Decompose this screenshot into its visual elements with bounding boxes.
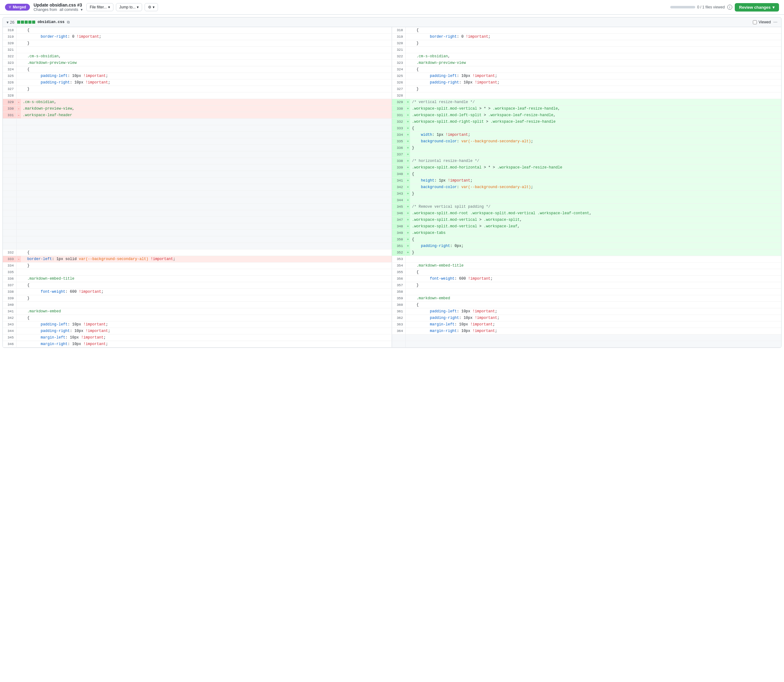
left-indicator <box>16 158 21 164</box>
left-cell <box>3 223 392 229</box>
left-content <box>21 204 392 210</box>
collapse-button[interactable]: ▾ 26 <box>6 20 14 25</box>
viewed-checkbox[interactable]: Viewed <box>753 20 771 24</box>
right-line-num: 364 <box>392 328 406 334</box>
right-line-num: 357 <box>392 282 406 288</box>
right-content: { <box>410 125 781 131</box>
right-cell: 331 + .workspace-split.mod-left-split > … <box>392 112 781 118</box>
settings-button[interactable]: ⚙ ▾ <box>145 3 158 11</box>
right-cell: 339 + .workspace-split.mod-horizontal > … <box>392 164 781 170</box>
right-cell: 323 .markdown-preview-view <box>392 60 781 66</box>
file-filter-button[interactable]: File filter... ▾ <box>86 3 113 11</box>
left-content: padding-left: 10px !important; <box>21 321 392 328</box>
left-cell <box>3 243 392 249</box>
table-row: 346 margin-right: 10px !important; <box>3 341 781 347</box>
merged-badge: ⑂ Merged <box>5 4 30 11</box>
right-indicator: + <box>406 138 410 145</box>
left-content <box>21 164 392 170</box>
left-content <box>21 197 392 203</box>
right-line-num: 360 <box>392 302 406 308</box>
left-line-num: 344 <box>3 328 16 334</box>
right-line-num: 341 <box>392 177 406 184</box>
left-line-num: 343 <box>3 321 16 328</box>
all-commits-link[interactable]: all commits <box>59 8 78 12</box>
right-content: font-weight: 600 !important; <box>410 276 781 282</box>
right-indicator: + <box>406 210 410 217</box>
table-row: 332 + .workspace-split.mod-right-split >… <box>3 119 781 125</box>
right-content: background-color: var(--background-secon… <box>410 184 781 190</box>
left-indicator <box>16 217 21 223</box>
right-cell: 347 + .workspace-split.mod-vertical > .w… <box>392 217 781 223</box>
right-cell: 336 + } <box>392 145 781 151</box>
table-row: 338 + /* horizontal resize-handle */ <box>3 158 781 164</box>
right-line-num: 345 <box>392 204 406 210</box>
left-content <box>21 132 392 138</box>
right-cell: 357 } <box>392 282 781 288</box>
left-indicator <box>16 210 21 217</box>
table-row: 325 padding-left: 10px !important; 325 p… <box>3 73 781 80</box>
right-line-num: 336 <box>392 145 406 151</box>
left-indicator: - <box>16 256 21 262</box>
jump-to-button[interactable]: Jump to... ▾ <box>116 3 142 11</box>
viewed-input[interactable] <box>753 20 757 24</box>
left-indicator <box>16 230 21 236</box>
right-indicator <box>406 256 410 262</box>
table-row: 334 + width: 1px !important; <box>3 132 781 138</box>
table-row: 320 } 320 } <box>3 40 781 47</box>
right-cell: 319 border-right: 0 !important; <box>392 33 781 40</box>
right-line-num: 342 <box>392 184 406 190</box>
right-indicator: + <box>406 132 410 138</box>
file-header-right: Viewed ··· <box>753 19 778 25</box>
left-cell: 339 } <box>3 295 392 301</box>
left-content: border-right: 0 !important; <box>21 33 392 40</box>
chevron-down-icon: ▾ <box>81 8 83 12</box>
review-changes-label: Review changes <box>739 5 771 10</box>
right-content: .workspace-split.mod-vertical > * > .wor… <box>410 105 781 112</box>
left-cell <box>3 210 392 217</box>
left-content <box>21 230 392 236</box>
table-row: 348 + .workspace-split.mod-vertical > .w… <box>3 223 781 230</box>
left-content <box>21 119 392 125</box>
left-cell: 341 .markdown-embed <box>3 308 392 314</box>
right-line-num: 326 <box>392 80 406 86</box>
file-filter-label: File filter... <box>90 5 107 10</box>
diff-square-5 <box>32 21 35 24</box>
copy-icon[interactable]: ⧉ <box>67 20 70 24</box>
left-indicator <box>16 151 21 158</box>
right-indicator: + <box>406 158 410 164</box>
left-line-num <box>3 145 16 151</box>
right-cell: 325 padding-left: 10px !important; <box>392 73 781 79</box>
left-line-num: 329 <box>3 99 16 105</box>
left-content <box>21 158 392 164</box>
left-indicator <box>16 308 21 314</box>
info-icon[interactable]: i <box>727 5 732 10</box>
right-line-num: 358 <box>392 289 406 295</box>
right-line-num: 329 <box>392 99 406 105</box>
right-indicator <box>406 328 410 334</box>
merge-icon: ⑂ <box>9 5 11 10</box>
review-changes-button[interactable]: Review changes ▾ <box>735 3 779 11</box>
left-line-num: 320 <box>3 40 16 46</box>
left-line-num: 326 <box>3 80 16 86</box>
right-indicator: + <box>406 151 410 158</box>
left-line-num <box>3 223 16 229</box>
right-cell: 349 + .workspace-tabs <box>392 230 781 236</box>
left-line-num <box>3 236 16 242</box>
right-indicator <box>406 282 410 288</box>
right-cell: 355 { <box>392 269 781 275</box>
left-indicator <box>16 341 21 347</box>
right-indicator <box>406 92 410 99</box>
left-content <box>21 217 392 223</box>
table-row: 334 } 354 .markdown-embed-title <box>3 263 781 269</box>
left-line-num <box>3 191 16 197</box>
right-cell: 348 + .workspace-split.mod-vertical > .w… <box>392 223 781 229</box>
left-cell: 327 } <box>3 86 392 92</box>
changes-from-label: Changes from <box>34 8 57 12</box>
table-row: 329 - .cm-s-obsidian, 329 + /* vertical … <box>3 99 781 105</box>
left-indicator <box>16 80 21 86</box>
more-options-button[interactable]: ··· <box>773 19 778 25</box>
left-cell <box>3 177 392 184</box>
right-content: border-right: 0 !important; <box>410 33 781 40</box>
table-row: 333 + { <box>3 125 781 132</box>
right-line-num: 349 <box>392 230 406 236</box>
